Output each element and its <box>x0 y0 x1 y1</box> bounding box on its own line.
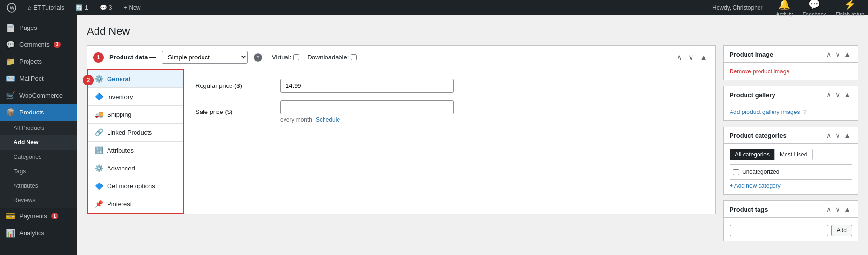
product-gallery-controls: ∧ ∨ ▲ <box>825 90 852 99</box>
product-gallery-collapse-down[interactable]: ∨ <box>834 90 841 99</box>
product-tags-collapse-down[interactable]: ∨ <box>834 205 841 213</box>
product-image-panel-header: Product image ∧ ∨ ▲ <box>724 46 858 63</box>
layout: 📄 Pages 💬 Comments 3 📁 Projects ✉️ MailP… <box>0 15 868 255</box>
product-tags-body: Add <box>724 218 858 241</box>
tab-pinterest[interactable]: 📌 Pinterest <box>88 195 183 213</box>
wp-logo-item[interactable]: W <box>4 0 19 15</box>
sidebar-label-woocommerce: WooCommerce <box>19 92 63 99</box>
sidebar-item-pages[interactable]: 📄 Pages <box>0 19 77 36</box>
most-used-tab[interactable]: Most Used <box>774 149 813 160</box>
product-gallery-panel: Product gallery ∧ ∨ ▲ Add product galler… <box>723 86 858 121</box>
updates-item[interactable]: 🔄 1 <box>73 0 91 15</box>
sidebar-item-tags[interactable]: Tags <box>0 164 77 179</box>
shipping-tab-label: Shipping <box>107 111 132 118</box>
product-tags-toggle[interactable]: ▲ <box>842 205 852 213</box>
remove-product-image-link[interactable]: Remove product image <box>730 68 789 75</box>
tags-input[interactable] <box>730 225 828 236</box>
product-tags-collapse-up[interactable]: ∧ <box>825 205 833 213</box>
product-categories-body: All categories Most Used Uncategorized +… <box>724 144 858 194</box>
tab-attributes[interactable]: 🔢 Attributes <box>88 142 183 159</box>
product-categories-toggle[interactable]: ▲ <box>842 131 852 140</box>
activity-icon: 🔔 <box>778 0 790 10</box>
activity-button[interactable]: 🔔 Activity <box>776 0 793 17</box>
sidebar-item-categories[interactable]: Categories <box>0 150 77 164</box>
product-gallery-toggle[interactable]: ▲ <box>842 90 852 99</box>
activity-label: Activity <box>776 11 793 17</box>
product-categories-panel-header: Product categories ∧ ∨ ▲ <box>724 127 858 144</box>
product-categories-collapse-down[interactable]: ∨ <box>834 131 841 140</box>
sidebar-label-payments: Payments <box>19 212 47 220</box>
attributes-tab-label: Attributes <box>107 147 134 154</box>
sidebar-item-woocommerce[interactable]: 🛒 WooCommerce <box>0 87 77 104</box>
product-image-collapse-up[interactable]: ∧ <box>825 50 833 58</box>
howdy-text: Howdy, Christopher <box>712 4 762 11</box>
product-image-toggle[interactable]: ▲ <box>842 50 852 58</box>
general-tab-icon: ⚙️ <box>95 75 103 83</box>
collapse-down-button[interactable]: ∨ <box>686 52 696 63</box>
sidebar-label-analytics: Analytics <box>19 229 44 237</box>
tab-linked-products[interactable]: 🔗 Linked Products <box>88 124 183 142</box>
product-gallery-collapse-up[interactable]: ∧ <box>825 90 833 99</box>
tab-advanced[interactable]: ⚙️ Advanced <box>88 159 183 177</box>
virtual-label[interactable]: Virtual: <box>272 54 299 61</box>
product-categories-collapse-up[interactable]: ∧ <box>825 131 833 140</box>
tab-get-more-options[interactable]: 🔷 Get more options <box>88 177 183 195</box>
sidebar-item-products[interactable]: 📦 Products <box>0 104 77 121</box>
get-more-options-tab-icon: 🔷 <box>95 182 103 190</box>
get-more-options-tab-label: Get more options <box>107 183 155 190</box>
product-gallery-title: Product gallery <box>730 91 775 99</box>
virtual-checkbox[interactable] <box>293 54 299 60</box>
regular-price-input[interactable] <box>280 79 454 93</box>
virtual-downloadable-section: Virtual: Downloadable: <box>272 54 357 61</box>
sidebar-label-projects: Projects <box>19 58 42 65</box>
attributes-tab-icon: 🔢 <box>95 146 103 154</box>
product-categories-panel: Product categories ∧ ∨ ▲ All categories … <box>723 127 858 195</box>
sidebar-item-mailpoet[interactable]: ✉️ MailPoet <box>0 70 77 87</box>
collapse-toggle-button[interactable]: ▲ <box>698 52 709 63</box>
product-image-title: Product image <box>730 51 773 58</box>
product-type-select[interactable]: Simple product Variable product Grouped … <box>162 51 248 64</box>
general-tab-label: General <box>107 75 130 83</box>
downloadable-checkbox[interactable] <box>351 54 357 60</box>
sale-price-input[interactable] <box>280 100 454 114</box>
all-categories-tab[interactable]: All categories <box>730 149 775 160</box>
add-new-category-link[interactable]: + Add new category <box>730 183 852 189</box>
finish-setup-button[interactable]: ⚡ Finish setup <box>836 0 864 17</box>
sidebar-item-reviews[interactable]: Reviews <box>0 193 77 208</box>
comments-item[interactable]: 💬 3 <box>97 0 115 15</box>
add-gallery-images-link[interactable]: Add product gallery images <box>730 109 800 115</box>
sidebar-item-payments[interactable]: 💳 Payments 1 <box>0 208 77 225</box>
svg-text:W: W <box>10 5 14 11</box>
add-tag-button[interactable]: Add <box>831 225 852 236</box>
product-type-help-icon[interactable]: ? <box>254 53 262 62</box>
gallery-help-icon[interactable]: ? <box>803 109 807 115</box>
downloadable-label[interactable]: Downloadable: <box>307 54 357 61</box>
sidebar-item-attributes[interactable]: Attributes <box>0 179 77 193</box>
main-section: 1 Product data — Simple product Variable… <box>87 45 716 247</box>
collapse-up-button[interactable]: ∧ <box>675 52 684 63</box>
plus-icon: + <box>123 4 127 11</box>
uncategorized-checkbox[interactable] <box>733 169 739 175</box>
uncategorized-label: Uncategorized <box>742 169 779 175</box>
wp-icon: ⌂ <box>28 4 31 11</box>
downloadable-text: Downloadable: <box>307 54 349 61</box>
sidebar-item-comments[interactable]: 💬 Comments 3 <box>0 36 77 53</box>
right-sidebar: Product image ∧ ∨ ▲ Remove product image <box>723 45 858 247</box>
sidebar-item-all-products[interactable]: All Products <box>0 121 77 135</box>
header-controls: ∧ ∨ ▲ <box>675 52 709 63</box>
product-image-collapse-down[interactable]: ∨ <box>834 50 841 58</box>
site-name-item[interactable]: ⌂ ET Tutorials <box>25 0 67 15</box>
new-item[interactable]: + New <box>121 0 143 15</box>
sale-price-label: Sale price ($) <box>195 108 272 115</box>
sidebar-item-analytics[interactable]: 📊 Analytics <box>0 225 77 241</box>
category-item-uncategorized: Uncategorized <box>733 168 849 176</box>
product-tabs: 2 ⚙️ General 🔷 Inventory 🚚 <box>87 69 184 214</box>
payments-badge: 1 <box>51 213 59 219</box>
schedule-link[interactable]: Schedule <box>316 116 340 123</box>
sidebar-item-add-new[interactable]: Add New <box>0 135 77 150</box>
feedback-button[interactable]: 💬 Feedback <box>802 0 826 17</box>
tab-shipping[interactable]: 🚚 Shipping <box>88 106 183 124</box>
tab-general[interactable]: ⚙️ General <box>88 70 183 88</box>
sidebar-item-projects[interactable]: 📁 Projects <box>0 53 77 70</box>
tab-inventory[interactable]: 🔷 Inventory <box>88 88 183 106</box>
